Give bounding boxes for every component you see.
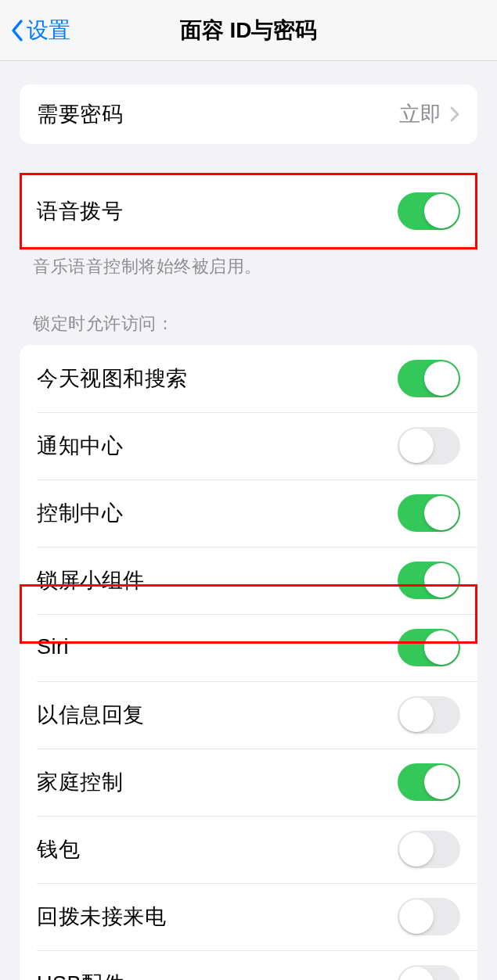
require-passcode-label: 需要密码: [37, 100, 123, 128]
siri-toggle[interactable]: [398, 629, 460, 666]
reply-with-message-toggle[interactable]: [398, 696, 460, 734]
return-missed-calls-toggle[interactable]: [398, 898, 460, 935]
today-view-label: 今天视图和搜索: [37, 364, 188, 393]
back-label: 设置: [27, 16, 70, 45]
require-passcode-value: 立即: [399, 100, 441, 128]
return-missed-calls-row: 回拨未接来电: [20, 883, 477, 950]
wallet-toggle[interactable]: [398, 831, 460, 868]
return-missed-calls-label: 回拨未接来电: [37, 903, 166, 931]
allow-access-header: 锁定时允许访问：: [0, 312, 497, 345]
require-passcode-group: 需要密码 立即: [20, 84, 477, 144]
voice-dial-group: 语音拨号: [20, 177, 477, 246]
lock-screen-widgets-row: 锁屏小组件: [20, 547, 477, 614]
back-button[interactable]: 设置: [9, 16, 70, 45]
voice-dial-footer: 音乐语音控制将始终被启用。: [0, 246, 497, 279]
usb-accessories-row: USB配件: [20, 950, 477, 980]
voice-dial-row: 语音拨号: [20, 177, 477, 246]
reply-with-message-label: 以信息回复: [37, 701, 145, 729]
home-control-label: 家庭控制: [37, 768, 123, 796]
voice-dial-label: 语音拨号: [37, 197, 123, 225]
usb-accessories-label: USB配件: [37, 970, 124, 980]
back-chevron-icon: [9, 18, 25, 43]
require-passcode-row[interactable]: 需要密码 立即: [20, 84, 477, 144]
wallet-label: 钱包: [37, 835, 80, 863]
today-view-row: 今天视图和搜索: [20, 345, 477, 412]
voice-dial-toggle[interactable]: [398, 192, 460, 230]
siri-label: Siri: [37, 635, 69, 659]
lock-screen-widgets-label: 锁屏小组件: [37, 566, 145, 594]
today-view-toggle[interactable]: [398, 360, 460, 397]
page-title: 面容 ID与密码: [180, 16, 318, 45]
allow-access-group: 今天视图和搜索通知中心控制中心锁屏小组件Siri以信息回复家庭控制钱包回拨未接来…: [20, 345, 477, 980]
navigation-bar: 设置 面容 ID与密码: [0, 0, 497, 61]
siri-row: Siri: [20, 614, 477, 681]
lock-screen-widgets-toggle[interactable]: [398, 562, 460, 599]
home-control-row: 家庭控制: [20, 748, 477, 816]
chevron-right-icon: [449, 106, 460, 123]
control-center-toggle[interactable]: [398, 494, 460, 532]
wallet-row: 钱包: [20, 816, 477, 883]
control-center-row: 控制中心: [20, 479, 477, 547]
control-center-label: 控制中心: [37, 499, 123, 527]
notification-center-toggle[interactable]: [398, 427, 460, 465]
reply-with-message-row: 以信息回复: [20, 681, 477, 748]
notification-center-row: 通知中心: [20, 412, 477, 479]
usb-accessories-toggle[interactable]: [398, 965, 460, 980]
home-control-toggle[interactable]: [398, 763, 460, 801]
notification-center-label: 通知中心: [37, 432, 123, 460]
